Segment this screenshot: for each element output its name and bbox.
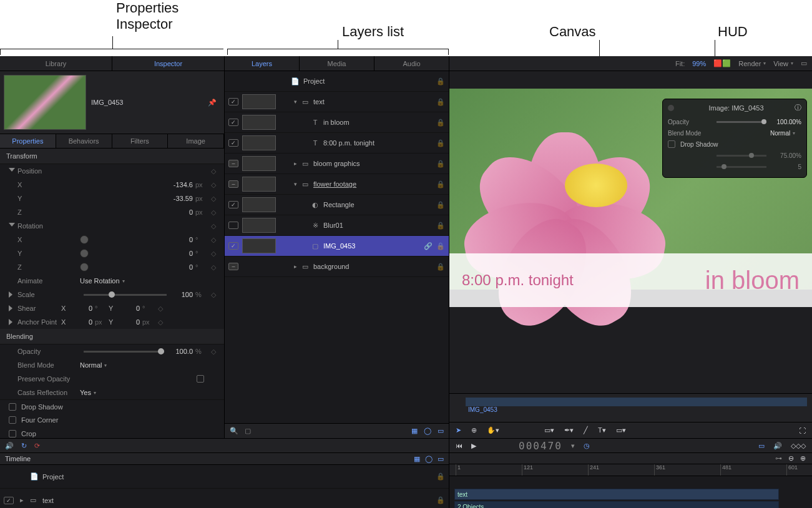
prop-casts-reflection[interactable]: Casts ReflectionYes <box>0 386 224 399</box>
hud-blend-value[interactable]: Normal <box>770 130 801 137</box>
prop-anchor[interactable]: Anchor PointX0pxY0px◇ <box>0 315 224 329</box>
prop-position-y[interactable]: Y-33.59px◇ <box>0 192 224 205</box>
layer-row[interactable]: –▸▭background🔒 <box>225 256 449 277</box>
lock-icon[interactable]: 🔒 <box>436 472 445 481</box>
layer-row[interactable]: T8:00 p.m. tonight🔒 <box>225 133 449 154</box>
lock-icon[interactable]: 🔒 <box>436 201 445 209</box>
hud-drop-shadow-check[interactable] <box>668 140 675 148</box>
frame-icon[interactable]: ▢ <box>245 427 251 435</box>
arrow-tool-icon[interactable]: ➤ <box>456 426 461 434</box>
prop-animate[interactable]: AnimateUse Rotation <box>0 274 224 288</box>
prop-rotation-x[interactable]: X0°◇ <box>0 233 224 247</box>
tab-inspector[interactable]: Inspector <box>112 56 224 71</box>
disclosure-icon[interactable]: ▾ <box>292 99 298 105</box>
layer-row[interactable]: ※Blur01🔒 <box>225 215 449 236</box>
rect-tool-icon[interactable]: ▭▾ <box>544 426 554 434</box>
pen-tool-icon[interactable]: ✒▾ <box>564 426 574 434</box>
layer-name[interactable]: bloom graphics <box>313 160 436 167</box>
layer-row[interactable]: ▢IMG_0453🔗🔒 <box>225 236 449 256</box>
track-text-objects[interactable]: 2 Objects <box>454 501 779 508</box>
view-menu[interactable]: View <box>773 60 793 67</box>
hud-close-icon[interactable] <box>668 105 674 111</box>
filter-icon[interactable]: ◯ <box>424 427 431 435</box>
mask-tool-icon[interactable]: ▭▾ <box>616 426 626 434</box>
tl-keyframe-icon[interactable]: ◇◇◇ <box>791 442 806 450</box>
layer-enable-checkbox[interactable]: – <box>228 180 238 188</box>
lock-icon[interactable]: 🔒 <box>436 77 445 85</box>
layer-name[interactable]: text <box>313 98 436 105</box>
tab-media[interactable]: Media <box>300 56 374 71</box>
lock-icon[interactable]: 🔒 <box>436 263 445 271</box>
fit-value[interactable]: 99% <box>692 60 706 67</box>
timeline-row[interactable]: ▸▭text🔒 <box>0 489 449 508</box>
disclosure-icon[interactable]: ▸ <box>292 160 298 167</box>
pan-tool-icon[interactable]: ✋▾ <box>487 426 499 434</box>
disclosure-icon[interactable]: ▾ <box>292 181 298 187</box>
brush-tool-icon[interactable]: ╱ <box>584 426 588 434</box>
layer-enable-checkbox[interactable] <box>228 242 238 250</box>
tl-view1-icon[interactable]: ▭ <box>758 442 765 450</box>
snap-icon[interactable]: ⊶ <box>775 454 782 462</box>
search-icon[interactable]: 🔍 <box>230 427 238 435</box>
link-icon[interactable]: 🔗 <box>424 242 433 250</box>
layer-enable-checkbox[interactable]: – <box>228 263 238 270</box>
tl-audio-icon[interactable]: 🔊 <box>773 442 782 450</box>
prop-opacity[interactable]: Opacity100.0%◇ <box>0 344 224 358</box>
anchor-tool-icon[interactable]: ⊕ <box>471 426 477 434</box>
record-icon[interactable]: ⟳ <box>34 442 40 450</box>
prop-scale[interactable]: Scale100%◇ <box>0 288 224 301</box>
subtab-image[interactable]: Image <box>168 134 224 148</box>
layer-name[interactable]: IMG_0453 <box>323 242 424 250</box>
hud-panel[interactable]: Image: IMG_0453ⓘ Opacity100.00% Blend Mo… <box>662 99 807 178</box>
disclosure-icon[interactable]: ▸ <box>292 263 298 270</box>
lock-icon[interactable]: 🔒 <box>436 119 445 127</box>
subtab-behaviors[interactable]: Behaviors <box>56 134 112 148</box>
subtab-filters[interactable]: Filters <box>112 134 169 148</box>
prop-rotation-z[interactable]: Z0°◇ <box>0 260 224 274</box>
mini-timeline[interactable]: IMG_0453 <box>449 393 812 422</box>
tl-behavior-icon[interactable]: ▦ <box>414 455 420 463</box>
timecode[interactable]: 000470 <box>519 440 562 452</box>
render-menu[interactable]: Render <box>738 60 766 67</box>
prop-position[interactable]: Position◇ <box>0 164 224 178</box>
prop-position-z[interactable]: Z0px◇ <box>0 205 224 219</box>
tab-layers[interactable]: Layers <box>225 56 300 71</box>
layer-row[interactable]: Tin bloom🔒 <box>225 112 449 133</box>
layer-name[interactable]: Blur01 <box>323 222 436 229</box>
mask-icon[interactable]: ▭ <box>438 427 444 435</box>
layer-name[interactable]: 8:00 p.m. tonight <box>323 139 436 147</box>
layer-name[interactable]: Project <box>303 77 436 85</box>
canvas-viewport[interactable]: 8:00 p.m. tonight in bloom Image: IMG_04… <box>449 71 812 393</box>
layer-row[interactable]: 📄Project🔒 <box>225 71 449 92</box>
timeline-row[interactable]: 📄Project🔒 <box>0 465 449 489</box>
tl-zoom-in-icon[interactable]: ⊕ <box>800 454 806 462</box>
color-channels-icon[interactable]: 🟥🟩 <box>713 59 731 67</box>
timeline-enable-checkbox[interactable] <box>4 497 14 504</box>
play-icon[interactable]: ▶ <box>471 442 476 450</box>
layer-enable-checkbox[interactable]: – <box>228 160 238 167</box>
pin-icon[interactable]: 📌 <box>208 99 220 107</box>
layer-name[interactable]: background <box>313 263 436 270</box>
layer-enable-checkbox[interactable] <box>228 139 238 147</box>
layer-enable-checkbox[interactable] <box>228 98 238 105</box>
fullscreen-icon[interactable]: ⛶ <box>799 427 806 434</box>
loop-icon[interactable]: ↻ <box>21 442 27 450</box>
layer-name[interactable]: in bloom <box>323 119 436 126</box>
layer-enable-checkbox[interactable] <box>228 222 238 229</box>
disclosure-icon[interactable]: ▸ <box>20 496 26 504</box>
tl-zoom-out-icon[interactable]: ⊖ <box>788 454 794 462</box>
check-four-corner[interactable]: Four Corner <box>0 413 224 427</box>
timeline-row-name[interactable]: Project <box>42 473 436 481</box>
layout-icon[interactable]: ▭ <box>801 59 807 67</box>
lock-icon[interactable]: 🔒 <box>436 242 445 250</box>
clock-icon[interactable]: ◷ <box>584 442 590 450</box>
text-tool-icon[interactable]: T▾ <box>598 426 606 434</box>
tl-mask-icon[interactable]: ▭ <box>438 455 444 463</box>
behavior-icon[interactable]: ▦ <box>411 427 418 435</box>
tab-library[interactable]: Library <box>0 56 112 71</box>
prop-rotation-y[interactable]: Y0°◇ <box>0 247 224 260</box>
lock-icon[interactable]: 🔒 <box>436 496 445 504</box>
lock-icon[interactable]: 🔒 <box>436 139 445 147</box>
layer-name[interactable]: flower footage <box>313 180 436 188</box>
lock-icon[interactable]: 🔒 <box>436 98 445 106</box>
